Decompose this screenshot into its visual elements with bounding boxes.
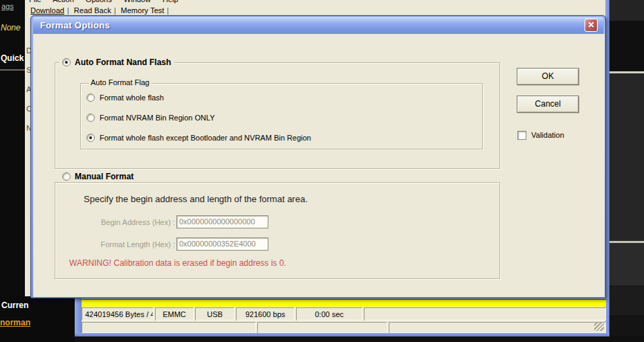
validation-checkbox[interactable] [517, 131, 526, 140]
menu-options[interactable]: Options [86, 0, 112, 3]
auto-format-flag-label: Auto Format Flag [89, 78, 151, 87]
tab-bar: Download| Read Back| Memory Test| [25, 5, 609, 16]
cancel-button[interactable]: Cancel [517, 96, 579, 113]
validation-row[interactable]: Validation [517, 130, 564, 140]
radio-row-format-whole-flash[interactable]: Format whole flash [86, 93, 164, 102]
background-text-current: Curren [1, 300, 28, 310]
status-baud-rate: 921600 bps [236, 307, 295, 321]
radio-manual-format[interactable] [62, 172, 71, 181]
status-bar-row2 [82, 322, 606, 333]
background-text-flags: ags [1, 2, 14, 10]
background-link[interactable]: norman [0, 318, 30, 327]
radio-row-format-except-bootloader-nvram[interactable]: Format whole flash except Bootloader and… [86, 133, 311, 143]
tab-separator: | [167, 6, 169, 15]
background-text-quick: Quick F [1, 53, 25, 63]
status-bar: 424019456 Bytes / 4358.75 KBps EMMC USB … [82, 307, 606, 321]
menu-file[interactable]: File [29, 0, 42, 3]
radio-row-format-nvram-only[interactable]: Format NVRAM Bin Region ONLY [86, 113, 215, 123]
background-bottom-left-panel: Curren norman [0, 296, 75, 342]
radio-format-nvram-only[interactable] [86, 114, 95, 122]
background-text-none: None [1, 23, 21, 33]
radio-auto-format[interactable] [62, 58, 71, 66]
status-bytes-speed: 424019456 Bytes / 4358.75 KBps [82, 307, 154, 321]
status-elapsed-time: 0:00 sec [296, 307, 362, 321]
progress-bar [82, 299, 606, 307]
close-icon[interactable]: ✕ [585, 19, 598, 32]
tab-memory-test[interactable]: Memory Test [121, 6, 165, 15]
tab-separator: | [67, 6, 69, 15]
dialog-title: Format Options [40, 20, 110, 30]
format-length-input[interactable]: 0x00000000352E4000 [176, 237, 268, 251]
radio-format-except-bootloader-nvram[interactable] [86, 134, 95, 142]
dialog-title-bar[interactable]: Format Options ✕ [33, 17, 603, 34]
dialog-client-area: Auto Format Nand Flash Auto Format Flag … [33, 34, 605, 297]
auto-format-caption[interactable]: Auto Format Nand Flash [59, 57, 174, 68]
status-empty-cell [389, 322, 606, 333]
divider [0, 69, 25, 71]
manual-format-description: Specify the begin address and length of … [84, 194, 308, 204]
calibration-warning-text: WARNING! Calibration data is erased if b… [69, 258, 286, 268]
window-left-border [75, 296, 82, 336]
menu-window[interactable]: Window [124, 0, 151, 3]
status-empty-cell [364, 307, 606, 321]
begin-address-input[interactable]: 0x0000000000000000 [176, 215, 268, 228]
manual-format-caption[interactable]: Manual Format [59, 171, 137, 182]
background-band [609, 73, 644, 241]
status-storage-type: EMMC [155, 307, 194, 321]
tab-read-back[interactable]: Read Back [74, 6, 111, 15]
status-empty-cell [257, 322, 387, 333]
background-left-panel: ags None Quick F [0, 0, 25, 342]
radio-label: Format whole flash except Bootloader and… [100, 134, 311, 142]
ok-button[interactable]: OK [517, 68, 579, 85]
background-band [609, 0, 644, 21]
menu-action[interactable]: Action [53, 0, 74, 3]
format-options-dialog: Format Options ✕ Auto Format Nand Flash … [30, 15, 606, 298]
begin-address-label: Begin Address (Hex) : [75, 218, 175, 226]
status-port-type: USB [195, 307, 234, 321]
radio-format-whole-flash[interactable] [86, 93, 95, 102]
validation-label: Validation [531, 131, 564, 139]
resize-grip-icon[interactable] [594, 323, 604, 331]
auto-format-label: Auto Format Nand Flash [75, 57, 171, 67]
menu-help[interactable]: Help [163, 0, 178, 3]
format-length-label: Format Length (Hex) : [75, 240, 175, 249]
menu-bar: File Action Options Window Help [25, 0, 609, 5]
background-band [609, 243, 644, 285]
background-bottom-strip [0, 336, 644, 342]
radio-label: Format whole flash [100, 93, 164, 102]
tab-download[interactable]: Download [30, 6, 64, 15]
background-band [609, 285, 644, 315]
tab-separator: | [114, 6, 116, 15]
manual-format-label: Manual Format [75, 172, 134, 181]
background-band [609, 21, 644, 71]
status-empty-cell [82, 322, 256, 333]
background-right-panel [609, 0, 644, 342]
radio-label: Format NVRAM Bin Region ONLY [100, 114, 215, 122]
